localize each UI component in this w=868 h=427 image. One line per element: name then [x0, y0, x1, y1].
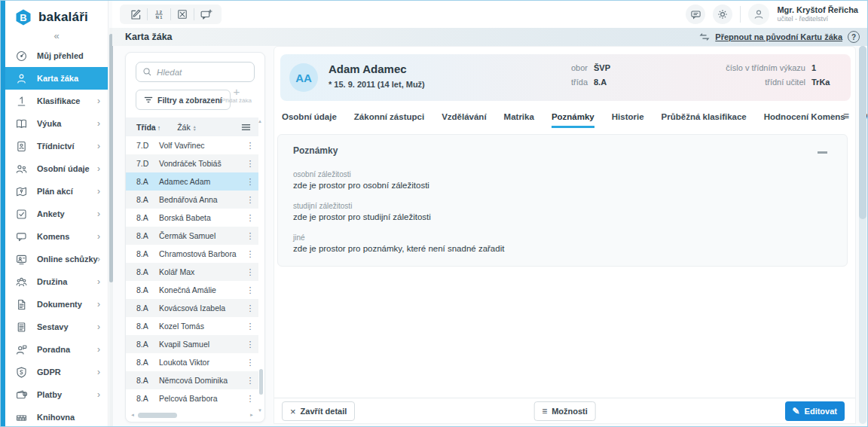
sidebar-item-osobn-daje[interactable]: Osobní údaje ›	[5, 157, 108, 180]
user-info[interactable]: Mgr. Kryštof Řeřicha učitel - ředitelstv…	[777, 5, 858, 23]
row-menu-icon[interactable]: ⋮	[242, 322, 258, 331]
student-row[interactable]: 8.A Němcová Dominika ⋮	[126, 371, 258, 389]
column-settings-icon[interactable]	[241, 123, 251, 132]
edit-button[interactable]: ✎ Editovat	[785, 401, 845, 421]
student-row[interactable]: 7.D Volf Vavřinec ⋮	[126, 136, 258, 154]
row-menu-icon[interactable]: ⋮	[242, 376, 258, 386]
student-row[interactable]: 8.A Čermák Samuel ⋮	[126, 227, 258, 245]
edit-note-button[interactable]	[124, 5, 147, 23]
row-menu-icon[interactable]: ⋮	[242, 159, 258, 169]
page-scrollbar-thumb[interactable]	[859, 46, 866, 219]
list-scroll-up-arrow[interactable]: ▲	[258, 119, 262, 124]
options-button[interactable]: ≡ Možnosti	[533, 401, 596, 421]
sidebar-item-label: Osobní údaje	[37, 164, 90, 173]
list-horizontal-track[interactable]	[136, 413, 248, 418]
search-input[interactable]: Hledat	[136, 62, 255, 82]
row-class: 8.A	[126, 177, 159, 186]
tab-historie[interactable]: Historie	[612, 108, 644, 128]
sidebar-item-pl-n-akc-[interactable]: Plán akcí ›	[5, 180, 108, 203]
row-menu-icon[interactable]: ⋮	[242, 249, 258, 259]
student-row[interactable]: 8.A Adamec Adam ⋮	[126, 172, 258, 191]
user-role: učitel - ředitelství	[777, 15, 858, 23]
sidebar-item-ankety[interactable]: Ankety ›	[5, 203, 108, 225]
student-row[interactable]: 8.A Konečná Amálie ⋮	[126, 281, 258, 299]
student-row[interactable]: 8.A Kozel Tomás ⋮	[126, 317, 258, 335]
grades-button[interactable]: 1 2N 1	[148, 5, 170, 23]
student-row[interactable]: 8.A Kolář Max ⋮	[126, 263, 258, 281]
student-row[interactable]: 7.D Vondráček Tobiáš ⋮	[126, 154, 258, 172]
sidebar-item-klasifikace[interactable]: Klasifikace ›	[5, 90, 108, 112]
sidebar-item-poradna[interactable]: Poradna ›	[5, 338, 108, 361]
sidebar-item-platby[interactable]: Platby ›	[5, 383, 108, 406]
new-message-button[interactable]	[194, 5, 217, 23]
tab-osobn-daje[interactable]: Osobní údaje	[282, 108, 337, 128]
sidebar-item-v-uka[interactable]: Výuka ›	[5, 112, 108, 135]
row-menu-icon[interactable]: ⋮	[242, 267, 258, 277]
row-menu-icon[interactable]: ⋮	[242, 358, 258, 368]
tabs-menu-icon[interactable]: ≡	[843, 110, 849, 122]
sidebar-item-karta-ka[interactable]: Karta žáka	[5, 67, 108, 90]
close-icon: ×	[290, 406, 296, 417]
sidebar-item-online-sch-zky[interactable]: Online schůzky ›	[5, 248, 108, 270]
sidebar-scrollbar-thumb[interactable]	[109, 34, 113, 282]
student-row[interactable]: 8.A Loukota Viktor ⋮	[126, 353, 258, 371]
switch-to-original-card-link[interactable]: Přepnout na původní Kartu žáka	[715, 32, 842, 41]
tab-z-konn-z-stupci[interactable]: Zákonní zástupci	[354, 108, 424, 128]
row-menu-icon[interactable]: ⋮	[242, 303, 258, 313]
collapse-section-icon[interactable]	[818, 151, 827, 154]
row-menu-icon[interactable]: ⋮	[242, 195, 258, 205]
sidebar-collapse-button[interactable]: «	[5, 31, 108, 44]
list-horizontal-thumb[interactable]	[138, 413, 177, 418]
row-menu-icon[interactable]: ⋮	[242, 177, 258, 187]
tab-pr-b-n-klasifikace[interactable]: Průběžná klasifikace	[662, 108, 747, 128]
sidebar-item-komens[interactable]: Komens ›	[5, 225, 108, 248]
tab-vzd-l-v-n-[interactable]: Vzdělávání	[442, 108, 486, 128]
list-scroll-left-arrow[interactable]: ◄	[130, 413, 135, 417]
sidebar-item-dokumenty[interactable]: Dokumenty ›	[5, 293, 108, 316]
list-vertical-scrollbar-thumb[interactable]	[259, 369, 263, 395]
row-menu-icon[interactable]: ⋮	[242, 394, 258, 404]
student-row[interactable]: 8.A Borská Babeta ⋮	[126, 209, 258, 227]
messages-button[interactable]	[686, 5, 705, 24]
column-class[interactable]: Třída↑	[136, 123, 160, 132]
absence-button[interactable]	[171, 5, 194, 23]
search-icon	[142, 67, 152, 77]
list-scroll-down-arrow[interactable]: ▼	[258, 408, 262, 413]
row-student-name: Kovácsová Izabela	[159, 303, 242, 313]
row-menu-icon[interactable]: ⋮	[242, 141, 258, 151]
sidebar-item-sestavy[interactable]: Sestavy ›	[5, 316, 108, 338]
student-row[interactable]: 8.A Chramostová Barbora ⋮	[126, 245, 258, 263]
chevron-right-icon: ›	[97, 96, 100, 106]
tabs-overflow-chevron[interactable]: ›	[831, 110, 834, 121]
notes-title: Poznámky	[293, 145, 338, 156]
brand-logo[interactable]: B bakaláři	[5, 1, 108, 31]
plus-icon: +	[218, 87, 255, 97]
tab-matrika[interactable]: Matrika	[504, 108, 534, 128]
options-label: Možnosti	[552, 407, 588, 416]
row-menu-icon[interactable]: ⋮	[242, 231, 258, 241]
row-class: 8.A	[126, 267, 159, 276]
add-student-button[interactable]: + Přidat žáka	[218, 87, 255, 104]
column-student[interactable]: Žák▲▼	[177, 123, 196, 132]
row-menu-icon[interactable]: ⋮	[242, 340, 258, 349]
sort-asc-icon: ↑	[157, 124, 161, 132]
student-row[interactable]: 8.A Bednářová Anna ⋮	[126, 191, 258, 209]
help-button[interactable]: ?	[848, 31, 860, 43]
row-menu-icon[interactable]: ⋮	[242, 213, 258, 223]
student-row[interactable]: 8.A Kovácsová Izabela ⋮	[126, 299, 258, 317]
row-menu-icon[interactable]: ⋮	[242, 285, 258, 295]
student-row[interactable]: 8.A Pelcová Barbora ⋮	[126, 389, 258, 407]
close-detail-button[interactable]: × Zavřít detail	[282, 401, 355, 421]
student-row[interactable]: 8.A Kvapil Samuel ⋮	[126, 335, 258, 353]
sidebar-item-t-dnictv-[interactable]: Třídnictví ›	[5, 135, 108, 157]
list-scroll-right-arrow[interactable]: ►	[249, 413, 254, 417]
sidebar-item-knihovna[interactable]: Knihovna	[5, 406, 108, 427]
filters-button[interactable]: Filtry a zobrazení	[136, 90, 231, 110]
user-avatar[interactable]	[748, 4, 769, 25]
sidebar-item-gdpr[interactable]: GDPR ›	[5, 361, 108, 383]
tab-pozn-mky[interactable]: Poznámky	[552, 108, 594, 128]
sidebar-item-m-j-p-ehled[interactable]: Můj přehled	[5, 44, 108, 67]
student-field: třída 8.A	[529, 77, 627, 88]
settings-button[interactable]	[713, 5, 732, 24]
sidebar-item-dru-ina[interactable]: Družina ›	[5, 270, 108, 293]
